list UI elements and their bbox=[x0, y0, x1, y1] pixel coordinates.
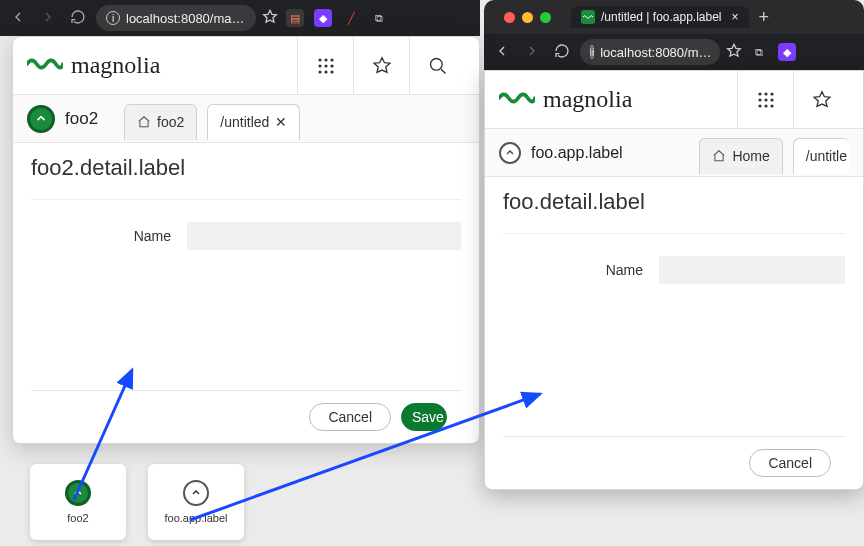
bookmark-star-icon[interactable] bbox=[726, 43, 742, 62]
name-field-label: Name bbox=[31, 228, 171, 244]
svg-point-13 bbox=[758, 98, 761, 101]
save-button[interactable]: Save bbox=[401, 403, 447, 431]
home-icon bbox=[712, 149, 726, 163]
zoom-window-icon[interactable] bbox=[540, 12, 551, 23]
svg-point-17 bbox=[764, 104, 767, 107]
cancel-button[interactable]: Cancel bbox=[309, 403, 391, 431]
app-badge-icon[interactable] bbox=[27, 105, 55, 133]
favorites-icon[interactable] bbox=[353, 37, 409, 95]
tab-detail[interactable]: /untitle bbox=[793, 138, 849, 174]
svg-point-18 bbox=[770, 104, 773, 107]
browser-toolbar-right: i localhost:8080/m… ⧉ ◆ bbox=[484, 34, 864, 70]
svg-point-2 bbox=[330, 58, 333, 61]
svg-point-6 bbox=[318, 70, 321, 73]
svg-point-0 bbox=[318, 58, 321, 61]
ext-icon-1[interactable]: ▤ bbox=[286, 9, 304, 27]
address-text: localhost:8080/m… bbox=[600, 45, 711, 60]
app-header: magnolia bbox=[485, 71, 863, 129]
name-field[interactable] bbox=[187, 222, 461, 250]
window-controls[interactable] bbox=[494, 12, 561, 23]
brand-logo-icon bbox=[499, 88, 535, 112]
brand[interactable]: magnolia bbox=[499, 86, 632, 113]
detail-page: foo2.detail.label Name Cancel Save bbox=[13, 143, 479, 443]
forward-icon[interactable] bbox=[40, 9, 56, 28]
app-header: magnolia bbox=[13, 37, 479, 95]
address-bar[interactable]: i localhost:8080/ma… bbox=[96, 5, 256, 31]
close-tab-icon[interactable]: ✕ bbox=[275, 114, 287, 130]
page-title: foo.detail.label bbox=[503, 189, 845, 215]
page-title: foo2.detail.label bbox=[31, 155, 461, 181]
browser-tab[interactable]: /untitled | foo.app.label × bbox=[571, 6, 749, 28]
address-text: localhost:8080/ma… bbox=[126, 11, 245, 26]
svg-point-4 bbox=[324, 64, 327, 67]
name-field[interactable] bbox=[659, 256, 845, 284]
svg-point-10 bbox=[758, 92, 761, 95]
subapp-title: foo.app.label bbox=[531, 144, 623, 162]
name-field-label: Name bbox=[503, 262, 643, 278]
browser-tabrow-right: /untitled | foo.app.label × + bbox=[484, 0, 864, 34]
svg-point-7 bbox=[324, 70, 327, 73]
ext-icon-1[interactable]: ⧉ bbox=[750, 43, 768, 61]
action-bar: Cancel Save bbox=[31, 390, 461, 443]
tile-label: foo2 bbox=[67, 512, 88, 524]
detail-page: foo.detail.label Name Cancel bbox=[485, 177, 863, 489]
form-row-name: Name bbox=[503, 256, 845, 284]
reload-icon[interactable] bbox=[70, 9, 86, 28]
close-tab-icon[interactable]: × bbox=[732, 10, 739, 24]
brand-name: magnolia bbox=[543, 86, 632, 113]
svg-point-11 bbox=[764, 92, 767, 95]
tab-browse[interactable]: Home bbox=[699, 138, 782, 174]
app-window-right: magnolia foo.app.label Home /untitle foo… bbox=[484, 70, 864, 490]
subapp-title: foo2 bbox=[65, 109, 98, 129]
close-window-icon[interactable] bbox=[504, 12, 515, 23]
brand-logo-icon bbox=[27, 54, 63, 78]
header-actions bbox=[737, 71, 849, 129]
bookmark-star-icon[interactable] bbox=[262, 9, 278, 28]
app-launcher-icon[interactable] bbox=[737, 71, 793, 129]
subapp-bar: foo2 foo2 /untitled ✕ bbox=[13, 95, 479, 143]
info-icon: i bbox=[106, 11, 120, 25]
tile-label: foo.app.label bbox=[165, 512, 228, 524]
action-bar: Cancel bbox=[503, 436, 845, 489]
browser-tab-title: /untitled | foo.app.label bbox=[601, 10, 722, 24]
back-icon[interactable] bbox=[494, 43, 510, 62]
svg-point-1 bbox=[324, 58, 327, 61]
tab-browse-label: Home bbox=[732, 148, 769, 164]
forward-icon[interactable] bbox=[524, 43, 540, 62]
reload-icon[interactable] bbox=[554, 43, 570, 62]
ext-icon-4[interactable]: ⧉ bbox=[370, 9, 388, 27]
svg-point-16 bbox=[758, 104, 761, 107]
address-bar[interactable]: i localhost:8080/m… bbox=[580, 39, 720, 65]
svg-point-3 bbox=[318, 64, 321, 67]
svg-point-12 bbox=[770, 92, 773, 95]
svg-point-5 bbox=[330, 64, 333, 67]
back-icon[interactable] bbox=[10, 9, 26, 28]
browser-toolbar-left: i localhost:8080/ma… ▤ ◆ ╱ ⧉ bbox=[0, 0, 480, 36]
tab-detail-label: /untitle bbox=[806, 148, 847, 164]
tab-browse-label: foo2 bbox=[157, 114, 184, 130]
brand-name: magnolia bbox=[71, 52, 160, 79]
favorites-icon[interactable] bbox=[793, 71, 849, 129]
new-tab-icon[interactable]: + bbox=[759, 7, 770, 28]
tile-icon bbox=[65, 480, 91, 506]
tab-detail[interactable]: /untitled ✕ bbox=[207, 104, 300, 140]
nav-group bbox=[484, 43, 580, 62]
extensions: ▤ ◆ ╱ ⧉ bbox=[286, 9, 388, 27]
cancel-button[interactable]: Cancel bbox=[749, 449, 831, 477]
app-launcher-icon[interactable] bbox=[297, 37, 353, 95]
app-badge-icon[interactable] bbox=[499, 142, 521, 164]
app-tile-foo-app-label[interactable]: foo.app.label bbox=[148, 464, 244, 540]
ext-icon-2[interactable]: ◆ bbox=[778, 43, 796, 61]
tab-detail-label: /untitled bbox=[220, 114, 269, 130]
home-icon bbox=[137, 115, 151, 129]
brand[interactable]: magnolia bbox=[27, 52, 160, 79]
launcher-tiles: foo2 foo.app.label bbox=[30, 464, 244, 540]
search-icon[interactable] bbox=[409, 37, 465, 95]
ext-icon-3[interactable]: ╱ bbox=[342, 9, 360, 27]
ext-icon-2[interactable]: ◆ bbox=[314, 9, 332, 27]
tab-browse[interactable]: foo2 bbox=[124, 104, 197, 140]
minimize-window-icon[interactable] bbox=[522, 12, 533, 23]
svg-point-8 bbox=[330, 70, 333, 73]
nav-group bbox=[0, 9, 96, 28]
app-tile-foo2[interactable]: foo2 bbox=[30, 464, 126, 540]
